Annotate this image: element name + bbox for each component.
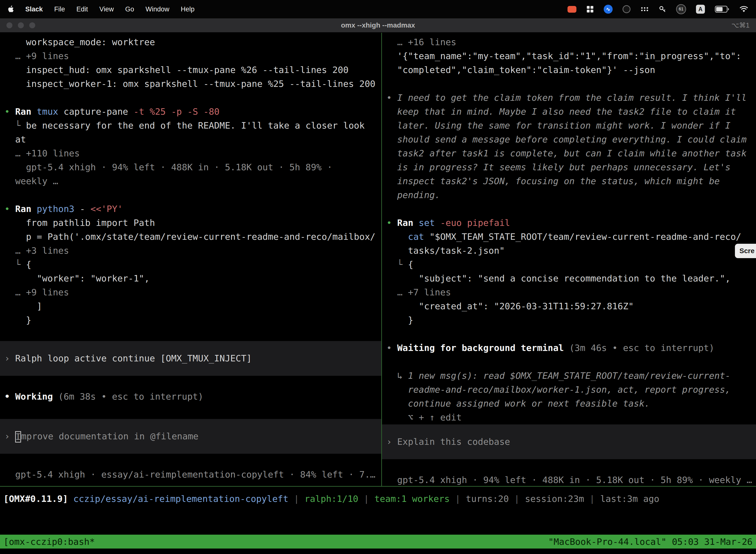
omx-hud-status: [OMX#0.11.9] cczip/essay/ai-reimplementa… <box>0 488 756 510</box>
terminal-pane-right[interactable]: … +16 lines '{"team_name":"my-team","tas… <box>382 33 756 486</box>
terminal-line: p = Path('.omx/state/team/review-current… <box>0 230 381 244</box>
terminal-pane-left[interactable]: workspace_mode: worktree … +9 lines insp… <box>0 33 381 486</box>
terminal-line: "worker": "worker-1", <box>0 272 381 285</box>
screenshot-popup[interactable]: Scre <box>735 244 756 258</box>
terminal-line: } <box>0 313 381 327</box>
menu-edit[interactable]: Edit <box>76 5 88 13</box>
terminal-line: readme-and-reco/mailbox/worker-1.json, a… <box>382 383 756 397</box>
terminal-line: "created_at": "2026-03-31T11:59:27.816Z" <box>382 299 756 313</box>
menu-view[interactable]: View <box>100 5 114 13</box>
menu-bar: Slack FileEditViewGoWindowHelp ∿ 61 A <box>0 0 756 18</box>
window-grid-icon[interactable] <box>586 5 594 13</box>
omx-status-line: [OMX#0.11.9] cczip/essay/ai-reimplementa… <box>0 494 659 504</box>
terminal-line: inspect_hud: omx sparkshell --tmux-pane … <box>0 63 381 77</box>
terminal-line: • Working (6m 38s • esc to interrupt) <box>0 390 381 403</box>
close-button[interactable] <box>6 22 12 28</box>
terminal-line: inspect task2's JSON, focusing on the st… <box>382 174 756 188</box>
ralph-loop-banner[interactable]: › Ralph loop active continue [OMX_TMUX_I… <box>0 341 381 376</box>
terminal-line: inspect_worker-1: omx sparkshell --tmux-… <box>0 77 381 91</box>
terminal-line <box>382 327 756 341</box>
tmux-host-time: "MacBook-Pro-44.local" 05:03 31-Mar-26 <box>548 537 753 547</box>
terminal-line: keep that in mind. Maybe I also need the… <box>382 105 756 119</box>
terminal-line: … +3 lines <box>0 244 381 258</box>
terminal-line: } <box>382 313 756 327</box>
terminal-line: at <box>0 132 381 147</box>
terminal-line <box>382 77 756 91</box>
terminal-line: workspace_mode: worktree <box>0 35 381 49</box>
stats-badge[interactable]: 61 <box>676 4 686 14</box>
pane-status: gpt-5.4 xhigh · essay/ai-reimplementatio… <box>0 467 381 482</box>
dark-circle-icon[interactable] <box>623 5 630 13</box>
window-titlebar[interactable]: omx --xhigh --madmax ⌥⌘1 <box>0 18 756 33</box>
terminal-line: tasks/task-2.json" <box>382 244 756 258</box>
terminal-line: cat "$OMX_TEAM_STATE_ROOT/team/review-cu… <box>382 230 756 244</box>
terminal-line <box>0 188 381 202</box>
terminal-line: … +9 lines <box>0 49 381 63</box>
input-source-icon[interactable]: A <box>696 5 705 14</box>
pane-left-output: workspace_mode: worktree … +9 lines insp… <box>0 35 381 403</box>
apple-menu-icon[interactable] <box>7 5 14 13</box>
active-app-name[interactable]: Slack <box>25 5 43 13</box>
status-separator <box>0 486 756 487</box>
terminal-line: from pathlib import Path <box>0 216 381 230</box>
traffic-lights <box>6 22 35 28</box>
terminal-line: • Waiting for background terminal (3m 46… <box>382 341 756 355</box>
terminal-line: gpt-5.4 xhigh · 94% left · 488K in · 5.1… <box>0 160 381 174</box>
terminal-line: is in progress? It seems likely but perh… <box>382 160 756 174</box>
terminal-line: └ { <box>0 258 381 272</box>
terminal-line: └ { <box>382 258 756 272</box>
terminal-line: should send a message before completing … <box>382 132 756 147</box>
menu-file[interactable]: File <box>54 5 65 13</box>
window-title: omx --xhigh --madmax <box>341 21 415 29</box>
terminal-line <box>0 454 381 467</box>
terminal-line: ↳ 1 new msg(s): read $OMX_TEAM_STATE_ROO… <box>382 369 756 383</box>
terminal-line: … +7 lines <box>382 285 756 299</box>
menu-window[interactable]: Window <box>145 5 170 13</box>
terminal-line: • Ran tmux capture-pane -t %25 -p -S -80 <box>0 105 381 119</box>
zoom-button[interactable] <box>29 22 35 28</box>
terminal-line: … +110 lines <box>0 147 381 160</box>
pane-left-footer: › Improve documentation in @filename gpt… <box>0 419 381 486</box>
terminal-line: task2 after task1 is complete, but can I… <box>382 147 756 160</box>
terminal-line: later. Using the same for transition mig… <box>382 119 756 132</box>
terminal-line: • Ran set -euo pipefail <box>382 216 756 230</box>
terminal-line: '{"team_name":"my-team","task_id":"1","f… <box>382 49 756 63</box>
pane-right-footer: › Explain this codebase gpt-5.4 xhigh · … <box>382 425 756 486</box>
tmux-session-window[interactable]: [omx-cczip0:bash* <box>3 537 95 547</box>
keyboard-dots-icon[interactable] <box>640 6 649 12</box>
terminal-line: • Ran python3 - <<'PY' <box>0 202 381 216</box>
terminal-line: • I need to get the claim token from the… <box>382 91 756 105</box>
menu-help[interactable]: Help <box>181 5 195 13</box>
terminal-line <box>382 202 756 216</box>
composer-placeholder[interactable]: › Explain this codebase <box>382 425 756 459</box>
screen-recording-indicator-icon[interactable] <box>567 6 576 13</box>
terminal-line: weekly … <box>0 174 381 188</box>
minimize-button[interactable] <box>18 22 24 28</box>
terminal-line <box>0 91 381 105</box>
blue-app-icon[interactable]: ∿ <box>604 5 613 14</box>
composer-placeholder[interactable]: › Improve documentation in @filename <box>0 419 381 454</box>
window-shortcut: ⌥⌘1 <box>732 21 750 29</box>
passwords-key-icon[interactable] <box>659 5 666 13</box>
pane-right-output: … +16 lines '{"team_name":"my-team","tas… <box>382 35 756 425</box>
pane-status: gpt-5.4 xhigh · 94% left · 488K in · 5.1… <box>382 473 756 486</box>
terminal-line: ] <box>0 299 381 313</box>
terminal-line: pending. <box>382 188 756 202</box>
app-menus: FileEditViewGoWindowHelp <box>54 5 195 13</box>
terminal-line: "subject": "send a concise recommendatio… <box>382 272 756 285</box>
tmux-status-bar: [omx-cczip0:bash* "MacBook-Pro-44.local"… <box>0 535 756 549</box>
terminal-line <box>0 327 381 341</box>
wifi-icon[interactable] <box>739 6 749 13</box>
terminal-line <box>382 459 756 473</box>
terminal-line: … +16 lines <box>382 35 756 49</box>
screen: Slack FileEditViewGoWindowHelp ∿ 61 A <box>0 0 756 554</box>
terminal-line: … +9 lines <box>0 285 381 299</box>
terminal-line <box>382 355 756 369</box>
terminal-line: ⌥ + ↑ edit <box>382 410 756 425</box>
terminal-line: continue assigned work or next feasible … <box>382 397 756 410</box>
terminal-line: "completed","claim_token":"claim-token"}… <box>382 63 756 77</box>
battery-icon[interactable] <box>715 6 729 13</box>
menu-go[interactable]: Go <box>125 5 134 13</box>
terminal-line: └ be necessary for the end of the README… <box>0 119 381 132</box>
terminal-line <box>0 376 381 390</box>
